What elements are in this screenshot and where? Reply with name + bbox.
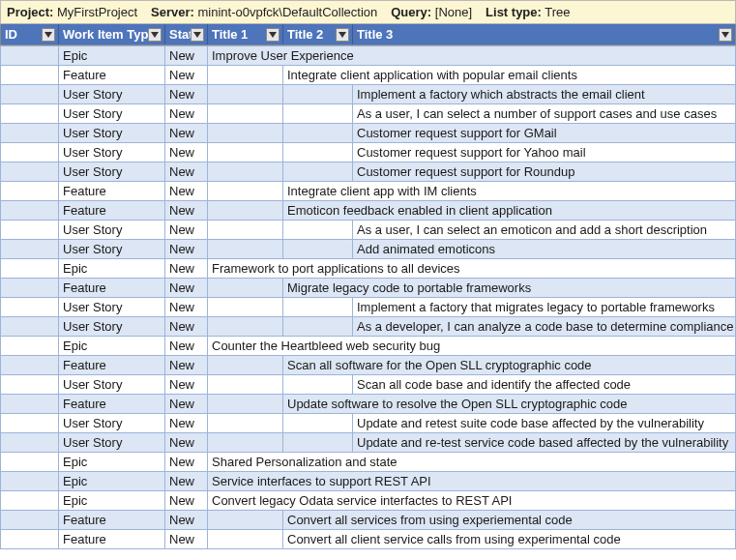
cell-type[interactable]: User Story: [59, 414, 165, 433]
cell-title1[interactable]: [208, 182, 283, 201]
cell-title2[interactable]: Migrate legacy code to portable framewor…: [283, 279, 736, 298]
cell-title1[interactable]: Convert legacy Odata service interfactes…: [208, 491, 736, 511]
cell-state[interactable]: New: [165, 143, 208, 162]
cell-id[interactable]: [1, 104, 59, 124]
cell-id[interactable]: [1, 143, 59, 162]
cell-title1[interactable]: [208, 530, 283, 549]
cell-type[interactable]: User Story: [59, 317, 165, 337]
cell-state[interactable]: New: [165, 491, 208, 511]
cell-state[interactable]: New: [165, 221, 208, 240]
cell-title3[interactable]: Update and re-test service code based af…: [353, 433, 736, 453]
cell-type[interactable]: User Story: [59, 240, 165, 259]
cell-state[interactable]: New: [165, 104, 208, 124]
cell-title1[interactable]: [208, 298, 283, 317]
cell-type[interactable]: Epic: [59, 337, 165, 356]
cell-id[interactable]: [1, 491, 59, 511]
cell-title1[interactable]: [208, 395, 283, 414]
filter-dropdown-icon[interactable]: [148, 28, 162, 42]
cell-title3[interactable]: Customer request support for Yahoo mail: [353, 143, 736, 162]
cell-title2[interactable]: [283, 221, 353, 240]
cell-id[interactable]: [1, 221, 59, 240]
filter-dropdown-icon[interactable]: [266, 28, 280, 42]
table-row[interactable]: User StoryNewAdd animated emoticons: [1, 240, 736, 259]
cell-title3[interactable]: As a user, I can select an emoticon and …: [353, 221, 736, 240]
cell-type[interactable]: User Story: [59, 375, 165, 395]
column-header-title1[interactable]: Title 1: [208, 24, 283, 44]
cell-state[interactable]: New: [165, 66, 208, 85]
cell-id[interactable]: [1, 453, 59, 472]
cell-title3[interactable]: Add animated emoticons: [353, 240, 736, 259]
cell-state[interactable]: New: [165, 337, 208, 356]
cell-id[interactable]: [1, 85, 59, 104]
table-row[interactable]: User StoryNewAs a user, I can select a n…: [1, 104, 736, 124]
cell-state[interactable]: New: [165, 356, 208, 375]
cell-title2[interactable]: [283, 124, 353, 143]
cell-state[interactable]: New: [165, 182, 208, 201]
cell-type[interactable]: Epic: [59, 472, 165, 491]
filter-dropdown-icon[interactable]: [42, 28, 55, 42]
cell-id[interactable]: [1, 433, 59, 453]
table-row[interactable]: User StoryNewAs a developer, I can analy…: [1, 317, 736, 337]
cell-id[interactable]: [1, 395, 59, 414]
cell-title2[interactable]: Scan all software for the Open SLL crypt…: [283, 356, 736, 375]
cell-type[interactable]: User Story: [59, 433, 165, 453]
cell-state[interactable]: New: [165, 511, 208, 530]
cell-type[interactable]: Epic: [59, 491, 165, 511]
cell-title1[interactable]: [208, 201, 283, 221]
cell-title3[interactable]: Customer request support for GMail: [353, 124, 736, 143]
cell-title1[interactable]: [208, 317, 283, 337]
column-header-id[interactable]: ID: [1, 24, 59, 44]
table-row[interactable]: EpicNewConvert legacy Odata service inte…: [1, 491, 736, 511]
table-row[interactable]: FeatureNewScan all software for the Open…: [1, 356, 736, 375]
cell-type[interactable]: User Story: [59, 143, 165, 162]
cell-title1[interactable]: [208, 375, 283, 395]
cell-title2[interactable]: [283, 240, 353, 259]
cell-id[interactable]: [1, 356, 59, 375]
filter-dropdown-icon[interactable]: [191, 28, 204, 42]
cell-type[interactable]: Feature: [59, 66, 165, 85]
cell-title2[interactable]: [283, 104, 353, 124]
cell-state[interactable]: New: [165, 317, 208, 337]
cell-state[interactable]: New: [165, 375, 208, 395]
cell-type[interactable]: User Story: [59, 221, 165, 240]
cell-id[interactable]: [1, 66, 59, 85]
table-row[interactable]: FeatureNewConvert all client service cal…: [1, 530, 736, 549]
cell-type[interactable]: Feature: [59, 395, 165, 414]
filter-dropdown-icon[interactable]: [719, 28, 732, 42]
cell-title1[interactable]: [208, 162, 283, 182]
cell-title1[interactable]: [208, 511, 283, 530]
cell-state[interactable]: New: [165, 162, 208, 182]
cell-id[interactable]: [1, 375, 59, 395]
cell-id[interactable]: [1, 240, 59, 259]
cell-id[interactable]: [1, 201, 59, 221]
cell-title1[interactable]: [208, 356, 283, 375]
cell-title2[interactable]: [283, 433, 353, 453]
cell-title1[interactable]: [208, 240, 283, 259]
cell-title2[interactable]: [283, 414, 353, 433]
cell-title1[interactable]: Framework to port applications to all de…: [208, 259, 736, 279]
table-row[interactable]: FeatureNewIntegrate client application w…: [1, 66, 736, 85]
cell-state[interactable]: New: [165, 124, 208, 143]
cell-title2[interactable]: [283, 317, 353, 337]
table-row[interactable]: User StoryNewImplement a factory that mi…: [1, 298, 736, 317]
table-row[interactable]: FeatureNewMigrate legacy code to portabl…: [1, 279, 736, 298]
table-row[interactable]: User StoryNewCustomer request support fo…: [1, 124, 736, 143]
cell-type[interactable]: User Story: [59, 162, 165, 182]
cell-id[interactable]: [1, 530, 59, 549]
cell-title2[interactable]: Integrate client application with popula…: [283, 66, 736, 85]
column-header-title2[interactable]: Title 2: [283, 24, 353, 44]
cell-id[interactable]: [1, 337, 59, 356]
cell-title2[interactable]: Convert all client service calls from us…: [283, 530, 736, 549]
table-row[interactable]: EpicNewShared Personalization and state: [1, 453, 736, 472]
cell-title2[interactable]: Update software to resolve the Open SLL …: [283, 395, 736, 414]
table-row[interactable]: User StoryNewCustomer request support fo…: [1, 143, 736, 162]
cell-title2[interactable]: [283, 143, 353, 162]
cell-type[interactable]: Epic: [59, 453, 165, 472]
table-row[interactable]: User StoryNewUpdate and re-test service …: [1, 433, 736, 453]
table-row[interactable]: EpicNewCounter the Heartbleed web securi…: [1, 337, 736, 356]
cell-type[interactable]: Feature: [59, 279, 165, 298]
cell-type[interactable]: Epic: [59, 259, 165, 279]
cell-title2[interactable]: Emoticon feedback enabled in client appl…: [283, 201, 736, 221]
cell-title1[interactable]: Counter the Heartbleed web security bug: [208, 337, 736, 356]
cell-id[interactable]: [1, 298, 59, 317]
